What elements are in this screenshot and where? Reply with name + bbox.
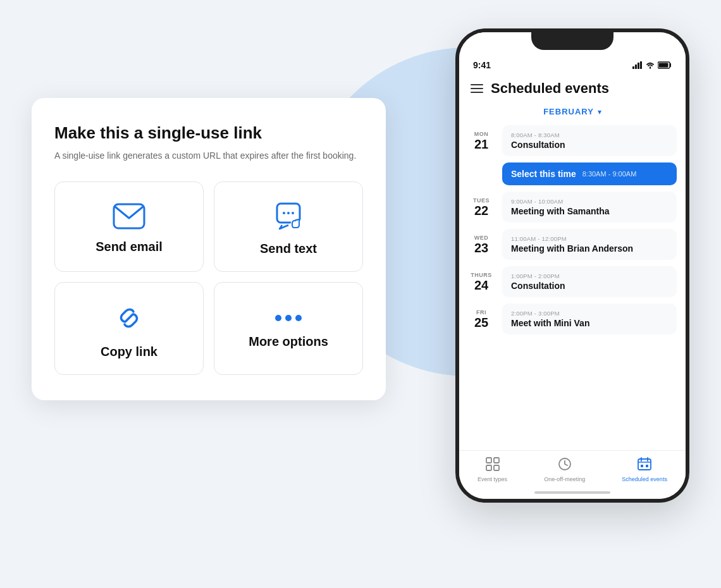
phone-header: Scheduled events bbox=[459, 75, 686, 103]
event-card[interactable]: 2:00PM - 3:00PM Meet with Mini Van bbox=[502, 303, 677, 334]
svg-rect-18 bbox=[486, 465, 491, 470]
list-item: FRI 25 2:00PM - 3:00PM Meet with Mini Va… bbox=[468, 303, 677, 334]
svg-rect-0 bbox=[114, 204, 144, 228]
hamburger-icon[interactable] bbox=[471, 84, 483, 93]
battery-icon bbox=[658, 61, 672, 69]
send-email-button[interactable]: Send email bbox=[54, 181, 204, 272]
status-bar: 9:41 bbox=[459, 52, 686, 75]
nav-item-one-off-meeting[interactable]: One-off-meeting bbox=[544, 457, 585, 482]
event-date: THURS 24 bbox=[468, 266, 495, 297]
send-text-button[interactable]: Send text bbox=[214, 181, 363, 272]
svg-rect-25 bbox=[641, 465, 643, 467]
nav-label-scheduled-events: Scheduled events bbox=[622, 476, 667, 482]
phone-notch bbox=[531, 32, 613, 50]
select-this-time-label: Select this time bbox=[511, 169, 576, 179]
select-time-range: 8:30AM - 9:00AM bbox=[582, 170, 637, 178]
svg-rect-13 bbox=[640, 61, 642, 69]
event-day-name: FRI bbox=[476, 309, 486, 315]
grid-icon bbox=[486, 457, 500, 474]
svg-point-3 bbox=[287, 212, 290, 214]
clock-icon bbox=[558, 457, 572, 474]
send-email-label: Send email bbox=[96, 240, 163, 254]
event-name: Meet with Mini Van bbox=[511, 318, 668, 328]
event-name: Consultation bbox=[511, 140, 668, 150]
dots-icon bbox=[272, 312, 305, 324]
svg-point-9 bbox=[295, 315, 302, 321]
event-name: Consultation bbox=[511, 281, 668, 291]
event-day-name: WED bbox=[474, 235, 489, 241]
svg-rect-11 bbox=[635, 64, 637, 69]
hamburger-line-1 bbox=[471, 84, 483, 85]
more-options-label: More options bbox=[249, 334, 328, 349]
event-day-num: 23 bbox=[474, 241, 488, 255]
wifi-icon bbox=[646, 61, 655, 69]
send-text-label: Send text bbox=[260, 242, 317, 256]
phone-mockup: 9:41 bbox=[455, 28, 689, 503]
selected-row: Select this time 8:30AM - 9:00AM bbox=[511, 169, 668, 179]
event-time: 9:00AM - 10:00AM bbox=[511, 198, 668, 205]
event-date: MON 21 bbox=[468, 125, 495, 156]
list-item: WED 23 11:00AM - 12:00PM Meeting with Br… bbox=[468, 229, 677, 260]
hamburger-line-3 bbox=[471, 92, 483, 93]
link-icon bbox=[113, 302, 145, 334]
event-date bbox=[468, 162, 495, 185]
svg-rect-19 bbox=[494, 465, 499, 470]
event-time: 1:00PM - 2:00PM bbox=[511, 273, 668, 279]
event-day-name: TUES bbox=[473, 197, 490, 204]
chevron-down-icon: ▾ bbox=[598, 107, 601, 116]
selected-event-card[interactable]: Select this time 8:30AM - 9:00AM bbox=[502, 162, 677, 185]
svg-rect-15 bbox=[659, 63, 669, 68]
svg-point-4 bbox=[292, 212, 294, 214]
phone-bottom-nav: Event types One-off-meeting bbox=[459, 450, 686, 486]
event-card[interactable]: 9:00AM - 10:00AM Meeting with Samantha bbox=[502, 192, 677, 223]
home-bar bbox=[534, 491, 610, 494]
more-options-button[interactable]: More options bbox=[214, 282, 363, 375]
event-card[interactable]: 1:00PM - 2:00PM Consultation bbox=[502, 266, 677, 297]
phone-header-title: Scheduled events bbox=[491, 80, 609, 97]
svg-point-7 bbox=[275, 315, 281, 321]
event-time: 8:00AM - 8:30AM bbox=[511, 132, 668, 138]
svg-rect-12 bbox=[638, 63, 639, 69]
list-item: TUES 22 9:00AM - 10:00AM Meeting with Sa… bbox=[468, 192, 677, 223]
nav-item-scheduled-events[interactable]: Scheduled events bbox=[622, 457, 667, 482]
svg-rect-26 bbox=[646, 465, 648, 467]
event-name: Meeting with Samantha bbox=[511, 206, 668, 216]
event-time: 11:00AM - 12:00PM bbox=[511, 235, 668, 242]
event-day-num: 25 bbox=[474, 315, 488, 329]
list-item: Select this time 8:30AM - 9:00AM bbox=[468, 162, 677, 185]
svg-point-8 bbox=[285, 315, 292, 321]
nav-label-one-off-meeting: One-off-meeting bbox=[544, 476, 585, 482]
svg-rect-10 bbox=[632, 66, 634, 69]
list-item: THURS 24 1:00PM - 2:00PM Consultation bbox=[468, 266, 677, 297]
month-selector[interactable]: FEBRUARY ▾ bbox=[459, 103, 686, 125]
nav-label-event-types: Event types bbox=[478, 476, 507, 482]
options-grid: Send email Send text bbox=[54, 181, 363, 375]
event-day-name: MON bbox=[474, 131, 489, 137]
event-day-num: 21 bbox=[474, 137, 488, 151]
event-time: 2:00PM - 3:00PM bbox=[511, 310, 668, 317]
status-time: 9:41 bbox=[473, 60, 491, 70]
modal-card: Make this a single-use link A single-uis… bbox=[32, 98, 386, 400]
event-day-num: 22 bbox=[474, 204, 488, 217]
svg-line-6 bbox=[126, 315, 132, 321]
hamburger-line-2 bbox=[471, 88, 483, 89]
calendar-icon bbox=[638, 457, 651, 474]
events-list: MON 21 8:00AM - 8:30AM Consultation bbox=[459, 125, 686, 450]
svg-rect-21 bbox=[638, 459, 651, 470]
svg-rect-17 bbox=[494, 458, 499, 463]
event-card[interactable]: 11:00AM - 12:00PM Meeting with Brian And… bbox=[502, 229, 677, 260]
event-name: Meeting with Brian Anderson bbox=[511, 243, 668, 254]
email-icon bbox=[113, 203, 145, 230]
event-day-num: 24 bbox=[474, 278, 488, 292]
copy-link-button[interactable]: Copy link bbox=[54, 282, 204, 375]
event-card[interactable]: 8:00AM - 8:30AM Consultation bbox=[502, 125, 677, 156]
scene: Make this a single-use link A single-uis… bbox=[13, 16, 708, 572]
status-icons bbox=[632, 61, 672, 69]
nav-item-event-types[interactable]: Event types bbox=[478, 457, 507, 482]
signal-icon bbox=[632, 61, 643, 69]
home-indicator bbox=[459, 486, 686, 499]
modal-title: Make this a single-use link bbox=[54, 123, 363, 143]
svg-point-2 bbox=[283, 212, 285, 214]
copy-link-label: Copy link bbox=[101, 345, 157, 359]
sms-icon bbox=[273, 201, 304, 231]
